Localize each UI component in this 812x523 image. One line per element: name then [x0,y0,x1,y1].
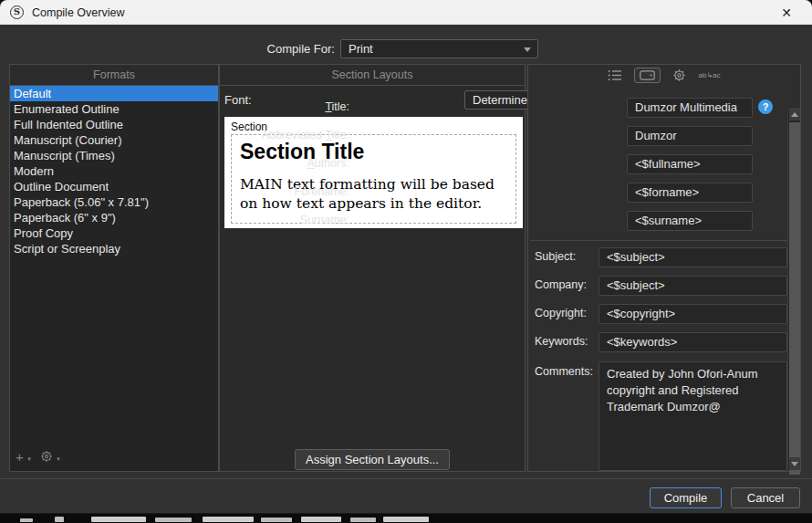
triangle-down-icon [791,462,798,466]
formats-header: Formats [10,65,218,86]
formats-list: Default Enumerated Outline Full Indented… [10,86,218,471]
metadata-fields: Title: Dumzor Multimedia Abbreviated Tit… [528,86,800,471]
footer-divider [0,478,812,479]
field-label: Subject: [535,250,576,263]
field-input[interactable]: <$copyright> [599,304,787,324]
field-label: Forename: [167,185,349,198]
compile-for-label: Compile For: [267,42,335,56]
compile-button[interactable]: Compile [650,487,722,508]
replacements-icon[interactable]: ab ↳ac [698,72,720,79]
field-label: Surname: [167,214,349,226]
comments-field[interactable]: Created by John Ofori-Anum copyright and… [599,361,787,471]
field-label: Company: [535,278,587,291]
format-list-item[interactable]: Script or Screenplay [10,241,218,256]
field-input[interactable]: <$keywords> [599,332,787,352]
field-label: Title: [167,100,349,113]
field-label: Copyright: [535,307,587,319]
compile-overview-dialog: S Compile Overview ✕ Compile For: Print … [0,0,812,513]
field-input[interactable]: Dumzor Multimedia [627,98,753,118]
metadata-panel: ab ↳ac Title: Dumzor Multimedia Abbrevia… [527,64,801,472]
chevron-down-icon [524,47,531,52]
field-label: Authors: [167,157,349,170]
field-input[interactable]: <$subject> [599,276,787,296]
bullet-list-icon[interactable] [608,69,622,81]
field-label: Keywords: [535,335,588,348]
format-list-item[interactable]: Default [10,86,218,101]
compile-for-value: Print [349,42,373,56]
comments-label: Comments: [535,365,593,378]
scrollbar-thumb[interactable] [789,122,800,475]
chevron-down-icon: ▾ [57,452,60,465]
close-icon[interactable]: ✕ [776,4,796,22]
gear-icon [40,450,53,463]
metadata-toolbar: ab ↳ac [528,65,800,86]
metadata-scrollbar[interactable] [787,107,800,471]
window-title: Compile Overview [32,6,124,19]
scroll-down-button[interactable] [789,457,800,470]
triangle-up-icon [791,112,798,117]
scroll-up-button[interactable] [789,108,800,120]
titlebar[interactable]: S Compile Overview ✕ [0,0,812,25]
metadata-tag-icon[interactable] [634,68,661,83]
field-input[interactable]: <$fullname> [627,154,753,174]
add-format-button[interactable]: + ▾ [16,450,31,464]
format-options-button[interactable]: ▾ [40,450,60,464]
formats-panel: Formats Default Enumerated Outline Full … [9,64,219,472]
cancel-button[interactable]: Cancel [731,487,800,508]
field-label: Abbreviated Title: [167,129,349,141]
fields-divider [530,240,787,241]
field-input[interactable]: <$surname> [627,211,753,231]
field-input[interactable]: <$subject> [599,247,787,267]
section-layouts-header: Section Layouts [220,65,525,86]
chevron-down-icon: ▾ [27,452,31,465]
screen: S Compile Overview ✕ Compile For: Print … [0,0,812,523]
preview-dashed-box: Section Title MAIN text formatting will … [231,134,516,224]
formats-footer-tools: + ▾ ▾ [16,450,60,464]
assign-section-layouts-button[interactable]: Assign Section Layouts... [295,449,450,470]
help-icon[interactable]: ? [758,99,773,114]
gear-icon[interactable] [672,68,686,82]
format-list-item[interactable]: Proof Copy [10,225,218,241]
section-layouts-panel: Section Layouts Font: Determined by Sect… [219,64,526,472]
compile-for-dropdown[interactable]: Print [340,39,538,58]
field-input[interactable]: <$forname> [627,183,753,203]
scrivener-app-icon: S [10,5,24,19]
field-input[interactable]: Dumzor [627,126,753,146]
